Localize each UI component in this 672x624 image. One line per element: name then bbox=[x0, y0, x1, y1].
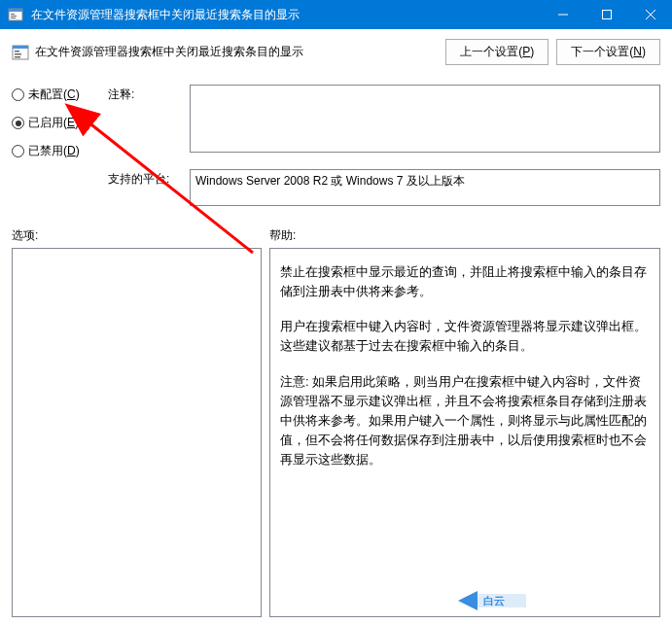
svg-rect-2 bbox=[11, 14, 15, 15]
watermark-logo: 白云 bbox=[458, 586, 546, 618]
platform-label: 支持的平台: bbox=[108, 169, 176, 188]
window-title: 在文件资源管理器搜索框中关闭最近搜索条目的显示 bbox=[31, 7, 541, 23]
comment-label: 注释: bbox=[108, 85, 176, 103]
help-label: 帮助: bbox=[269, 227, 296, 244]
previous-setting-button[interactable]: 上一个设置(P) bbox=[445, 39, 548, 65]
svg-rect-11 bbox=[15, 51, 19, 52]
radio-enabled[interactable]: 已启用(E) bbox=[12, 115, 94, 131]
radio-label: 已启用(E) bbox=[28, 115, 79, 131]
comment-textarea[interactable] bbox=[190, 85, 660, 153]
app-icon bbox=[8, 7, 23, 22]
config-radio-group: 未配置(C) 已启用(E) 已禁用(D) bbox=[12, 85, 94, 159]
svg-rect-3 bbox=[11, 16, 17, 17]
minimize-button[interactable] bbox=[541, 0, 584, 29]
radio-disabled[interactable]: 已禁用(D) bbox=[12, 143, 94, 159]
svg-rect-6 bbox=[602, 11, 611, 19]
svg-text:白云: 白云 bbox=[483, 595, 505, 607]
svg-rect-12 bbox=[15, 53, 21, 55]
svg-rect-1 bbox=[9, 9, 22, 12]
policy-icon bbox=[12, 44, 29, 61]
svg-rect-13 bbox=[15, 56, 20, 58]
help-paragraph: 禁止在搜索框中显示最近的查询，并阻止将搜索框中输入的条目存储到注册表中供将来参考… bbox=[280, 262, 650, 301]
svg-rect-10 bbox=[13, 46, 28, 49]
next-setting-button[interactable]: 下一个设置(N) bbox=[556, 39, 660, 65]
titlebar: 在文件资源管理器搜索框中关闭最近搜索条目的显示 bbox=[0, 0, 672, 29]
radio-label: 未配置(C) bbox=[28, 87, 80, 103]
supported-platform-box: Windows Server 2008 R2 或 Windows 7 及以上版本 bbox=[190, 169, 660, 206]
svg-rect-4 bbox=[11, 17, 16, 18]
radio-icon bbox=[12, 145, 24, 157]
radio-label: 已禁用(D) bbox=[28, 143, 80, 159]
radio-icon bbox=[12, 88, 24, 101]
close-button[interactable] bbox=[628, 0, 672, 29]
help-paragraph: 注意: 如果启用此策略，则当用户在搜索框中键入内容时，文件资源管理器不显示建议弹… bbox=[280, 372, 650, 470]
options-panel bbox=[12, 248, 262, 617]
help-panel: 禁止在搜索框中显示最近的查询，并阻止将搜索框中输入的条目存储到注册表中供将来参考… bbox=[269, 248, 660, 617]
radio-icon bbox=[12, 117, 24, 129]
window-controls bbox=[541, 0, 672, 29]
radio-not-configured[interactable]: 未配置(C) bbox=[12, 87, 94, 103]
options-label: 选项: bbox=[12, 227, 269, 244]
maximize-button[interactable] bbox=[584, 0, 628, 29]
platform-text: Windows Server 2008 R2 或 Windows 7 及以上版本 bbox=[195, 174, 465, 188]
svg-marker-16 bbox=[458, 591, 477, 610]
help-paragraph: 用户在搜索框中键入内容时，文件资源管理器将显示建议弹出框。 这些建议都基于过去在… bbox=[280, 317, 650, 356]
page-title: 在文件资源管理器搜索框中关闭最近搜索条目的显示 bbox=[35, 44, 445, 60]
